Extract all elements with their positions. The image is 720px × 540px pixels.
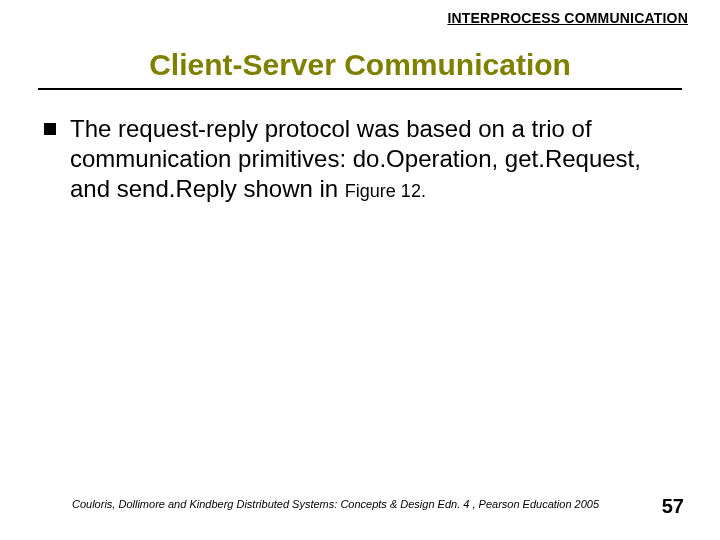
footer-citation: Couloris, Dollimore and Kindberg Distrib… <box>72 498 599 510</box>
figure-reference: Figure 12. <box>345 181 426 201</box>
bullet-text: The request-reply protocol was based on … <box>70 114 680 204</box>
header-label: INTERPROCESS COMMUNICATION <box>447 10 688 26</box>
slide-title: Client-Server Communication <box>149 48 571 81</box>
page-number: 57 <box>662 495 684 518</box>
bullet-marker-icon <box>44 123 56 135</box>
body: The request-reply protocol was based on … <box>44 114 680 204</box>
bullet-item: The request-reply protocol was based on … <box>44 114 680 204</box>
title-block: Client-Server Communication <box>0 48 720 90</box>
slide: INTERPROCESS COMMUNICATION Client-Server… <box>0 0 720 540</box>
title-rule <box>38 88 682 90</box>
